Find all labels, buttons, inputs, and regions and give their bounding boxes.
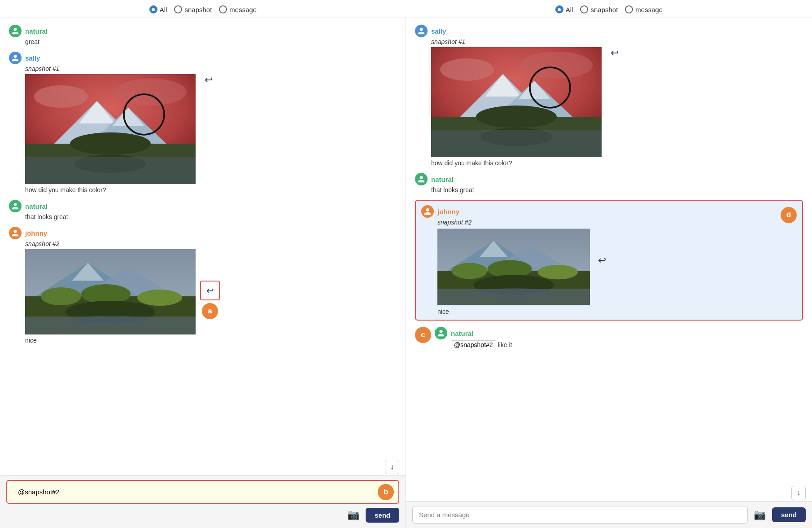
left-input-outline: b	[6, 480, 399, 504]
svg-point-25	[521, 52, 593, 79]
username-johnny: johnny	[25, 229, 47, 237]
username-natural-1: natural	[25, 27, 48, 35]
right-user-header-sally: sally	[415, 25, 803, 37]
left-input-area: b 📷 send	[0, 475, 406, 528]
main-content: natural great sally snapshot #1	[0, 18, 812, 528]
avatar-natural-2	[9, 200, 22, 212]
right-filter-snapshot[interactable]: snapshot	[580, 5, 618, 13]
right-snapshot-container-1	[431, 47, 602, 159]
right-input-area: 📷 send	[406, 501, 812, 528]
username-natural-2: natural	[25, 202, 48, 210]
badge-c: c	[415, 327, 431, 343]
right-avatar-sally	[415, 25, 428, 37]
left-scroll-row: ↓	[0, 458, 406, 475]
filter-label-snapshot-right: snapshot	[590, 6, 618, 13]
right-snapshot-label-1: snapshot #1	[431, 38, 803, 45]
svg-point-45	[477, 288, 550, 298]
right-panel: sally snapshot #1	[406, 18, 812, 528]
badge-a: a	[202, 303, 218, 319]
message-text-natural-1: great	[25, 38, 397, 45]
badge-d: d	[781, 207, 797, 223]
filter-label-all-right: All	[566, 6, 573, 13]
left-filter-message[interactable]: message	[219, 5, 257, 13]
right-msg-johnny-highlighted: johnny snapshot #2	[415, 200, 803, 321]
radio-all-right[interactable]	[555, 5, 563, 13]
right-painting-2	[437, 228, 590, 306]
right-message-input[interactable]	[412, 506, 748, 524]
left-filter-all[interactable]: All	[149, 5, 167, 13]
right-caption-johnny: nice	[437, 308, 606, 315]
right-username-natural-2: natural	[451, 330, 473, 337]
left-filter-snapshot[interactable]: snapshot	[174, 5, 212, 13]
right-snapshot-label-2: snapshot #2	[437, 219, 606, 226]
right-username-natural: natural	[431, 176, 454, 183]
caption-sally-1: how did you make this color?	[25, 186, 397, 194]
right-chat-area[interactable]: sally snapshot #1	[406, 18, 812, 484]
right-avatar-natural-2	[435, 327, 447, 339]
radio-snapshot-left[interactable]	[174, 5, 182, 13]
right-avatar-natural	[415, 173, 428, 185]
snapshot-container-left-2	[25, 249, 196, 336]
radio-message-left[interactable]	[219, 5, 227, 13]
right-scroll-row: ↓	[406, 484, 812, 501]
radio-all-left[interactable]	[149, 5, 157, 13]
left-camera-btn[interactable]: 📷	[345, 506, 362, 524]
left-msg-johnny-snapshot2: johnny snapshot #2	[9, 227, 397, 344]
svg-point-31	[476, 106, 557, 128]
right-msg-natural-tag: c natural @snapshot#2 like it	[415, 327, 803, 349]
right-painting-1	[431, 47, 602, 157]
tag-snapshot2: @snapshot#2	[451, 340, 496, 349]
svg-rect-10	[25, 157, 196, 184]
avatar-johnny	[9, 227, 22, 239]
svg-point-42	[538, 265, 578, 279]
right-scroll-down-btn[interactable]: ↓	[791, 486, 806, 500]
user-header-natural-2: natural	[9, 200, 397, 212]
right-msg-natural-great: natural that looks great	[415, 173, 803, 194]
left-message-input[interactable]	[12, 484, 374, 500]
right-reply-arrow-1[interactable]: ↩	[611, 47, 619, 59]
svg-point-2	[115, 79, 187, 106]
filter-label-all-left: All	[160, 6, 167, 13]
avatar-natural-1	[9, 25, 22, 37]
caption-johnny: nice	[25, 337, 397, 344]
right-reply-arrow-2[interactable]: ↩	[598, 255, 606, 266]
left-msg-natural-great: natural great	[9, 25, 397, 45]
right-user-header-johnny: johnny	[421, 205, 606, 218]
right-tagged-message: @snapshot#2 like it	[451, 340, 512, 349]
left-panel: natural great sally snapshot #1	[0, 18, 406, 528]
left-scroll-down-btn[interactable]: ↓	[385, 460, 399, 474]
svg-point-22	[70, 316, 151, 326]
top-bar: All snapshot message All snapshot messag…	[0, 0, 812, 18]
right-message-natural: that looks great	[431, 186, 803, 194]
svg-rect-33	[431, 130, 602, 157]
svg-point-24	[440, 58, 494, 81]
badge-b: b	[378, 484, 394, 500]
left-filter-group: All snapshot message	[149, 5, 257, 13]
right-msg-sally-snapshot1: sally snapshot #1	[415, 25, 803, 167]
snapshot-label-left-2: snapshot #2	[25, 240, 397, 247]
right-message-like-it: like it	[498, 341, 512, 348]
right-username-sally: sally	[431, 27, 446, 35]
left-send-btn[interactable]: send	[366, 508, 399, 523]
left-send-row: 📷 send	[6, 506, 399, 524]
right-camera-btn[interactable]: 📷	[751, 506, 768, 524]
svg-point-17	[41, 287, 81, 305]
right-filter-group: All snapshot message	[555, 5, 663, 13]
radio-snapshot-right[interactable]	[580, 5, 588, 13]
right-user-header-natural-2: natural	[435, 327, 512, 339]
svg-point-40	[451, 263, 488, 279]
right-avatar-johnny	[421, 205, 434, 218]
right-filter-message[interactable]: message	[625, 5, 663, 13]
radio-message-right[interactable]	[625, 5, 633, 13]
filter-label-message-left: message	[229, 6, 257, 13]
reply-button-outlined-a[interactable]: ↩	[200, 281, 220, 300]
user-header-johnny: johnny	[9, 227, 397, 239]
reply-arrow-sally-1[interactable]: ↩	[205, 74, 213, 86]
svg-point-8	[70, 132, 151, 155]
username-sally: sally	[25, 54, 40, 62]
right-send-btn[interactable]: send	[772, 507, 806, 522]
right-username-johnny: johnny	[437, 208, 459, 216]
left-chat-area[interactable]: natural great sally snapshot #1	[0, 18, 406, 458]
right-filter-all[interactable]: All	[555, 5, 573, 13]
svg-point-1	[34, 85, 88, 108]
